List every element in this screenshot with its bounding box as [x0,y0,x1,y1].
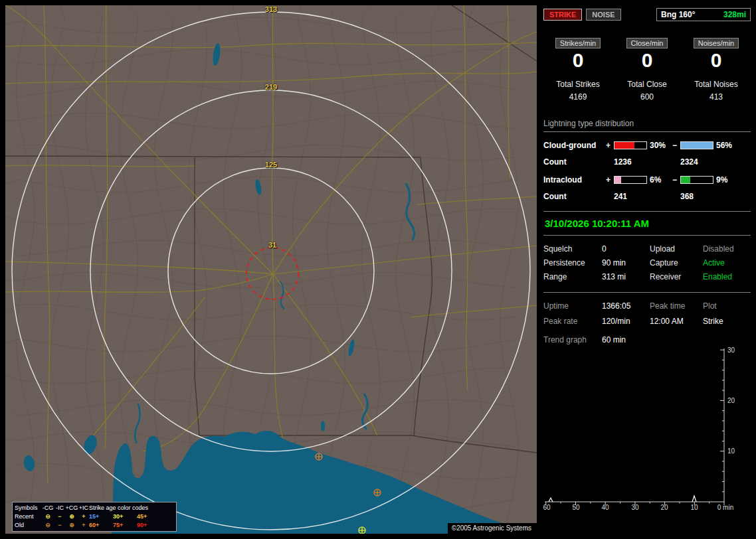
total-strikes-value: 4169 [543,92,613,102]
x-tick-30: 30 [625,504,645,511]
range-label: Range [543,272,602,281]
plot-value: Strike [703,317,751,326]
ic-negative-pct: 9% [713,175,736,185]
stats-grid: Uptime 1366:05 Peak time Plot Peak rate … [543,292,751,326]
close-per-min-value: 0 [613,49,682,72]
strikes-per-min-label: Strikes/min [555,38,601,48]
pos-ic-old-icon: + [78,521,89,530]
range-ring-label: 219 [261,83,281,91]
age-code-75: 75+ [113,521,137,530]
strike-icon [374,489,381,496]
uptime-value: 1366:05 [602,301,650,311]
strikes-per-min-value: 0 [543,49,613,72]
ic-positive-bar-fill [614,177,621,183]
ic-count-label: Count [543,192,614,201]
cg-positive-bar [614,141,647,149]
pos-cg-old-icon: ⊕ [65,521,78,530]
range-ring-label: 125 [261,161,281,169]
cg-negative-count: 2324 [680,157,751,167]
strike-mode-button[interactable]: STRIKE [543,9,582,21]
plus-sign: + [606,141,614,150]
legend-recent-label: Recent [15,512,41,521]
range-ring-label: 31 [262,241,282,249]
uptime-label: Uptime [543,301,602,311]
cg-positive-pct: 30% [647,141,672,150]
cg-negative-bar [680,141,713,149]
cg-positive-count: 1236 [614,157,680,167]
trend-graph-value: 60 min [602,335,751,345]
trend-graph-label: Trend graph [543,335,602,345]
cg-count-label: Count [543,157,614,167]
lightning-map[interactable]: 313 219 125 31 Symbols -CG -IC +CG +IC S… [5,5,537,534]
peak-rate-value: 120/min [602,317,650,326]
ic-negative-bar-fill [681,177,690,183]
bearing-display: Bng 160° 328mi [656,8,751,21]
cg-negative-bar-fill [681,142,713,149]
legend-symbols-title: Symbols [15,504,41,512]
age-code-60: 60+ [89,521,113,530]
legend-old-label: Old [15,521,41,530]
neg-cg-recent-icon: ⊖ [41,512,54,521]
bearing-label: Bng 160° [661,10,695,19]
minus-sign: − [672,141,680,150]
age-code-45: 45+ [137,512,161,521]
intracloud-label: Intracloud [543,175,606,185]
neg-ic-old-icon: − [54,521,65,530]
y-tick-10: 10 [727,447,742,455]
trend-graph-canvas [543,347,751,517]
intracloud-count-row: Count 241 368 [543,192,751,201]
receiver-status: Enabled [703,272,751,281]
range-value: 313 mi [602,272,650,281]
peak-time-value: 12:00 AM [650,317,703,326]
noises-per-min-value: 0 [682,49,751,72]
x-tick-10: 10 [684,504,704,511]
cloud-ground-count-row: Count 1236 2324 [543,157,751,167]
settings-grid: Squelch 0 Upload Disabled Persistence 90… [543,244,751,281]
age-code-15: 15+ [89,512,113,521]
rate-counters: Strikes/min 0 Total Strikes 4169 Close/m… [543,38,751,102]
copyright-text: ©2005 Astrogenic Systems [448,523,537,534]
ic-positive-count: 241 [614,192,680,201]
y-tick-20: 20 [727,397,742,404]
total-noises-value: 413 [682,92,751,102]
cg-positive-bar-fill [614,142,634,149]
mode-toolbar: STRIKE NOISE Bng 160° 328mi [543,8,751,21]
ic-negative-bar [680,176,713,184]
x-tick-0: 0 min [713,504,738,511]
strike-rate-trace [549,496,696,502]
distribution-section-title: Lightning type distribution [543,119,751,132]
ic-negative-count: 368 [680,192,751,201]
squelch-label: Squelch [543,244,602,254]
upload-status: Disabled [703,244,751,254]
pos-ic-recent-icon: + [78,512,89,521]
datetime-display: 3/10/2026 10:20:11 AM [543,211,751,236]
legend-header-neg-ic: -IC [54,504,65,512]
age-code-30: 30+ [113,512,137,521]
noise-mode-button[interactable]: NOISE [586,9,620,21]
graph-axes [545,348,724,505]
bearing-distance: 328mi [723,10,746,19]
x-tick-50: 50 [566,504,586,511]
legend-header-pos-cg: +CG [65,504,78,512]
persistence-value: 90 min [602,258,650,268]
neg-ic-recent-icon: − [54,512,65,521]
close-per-min-label: Close/min [626,38,668,48]
age-code-90: 90+ [137,521,161,530]
total-close-label: Total Close [613,80,682,89]
cloud-ground-label: Cloud-ground [543,141,606,150]
total-noises-label: Total Noises [682,80,751,89]
y-tick-30: 30 [727,346,742,354]
plus-sign: + [606,175,614,185]
legend-header-neg-cg: -CG [41,504,54,512]
status-panel: STRIKE NOISE Bng 160° 328mi Strikes/min … [543,8,751,534]
upload-label: Upload [650,244,703,254]
x-tick-20: 20 [654,504,674,511]
persistence-label: Persistence [543,258,602,268]
cg-negative-pct: 56% [713,141,736,150]
ic-positive-bar [614,176,647,184]
noises-per-min-label: Noises/min [694,38,739,48]
close-counter: Close/min 0 Total Close 600 [613,38,682,102]
peak-rate-label: Peak rate [543,317,602,326]
noises-counter: Noises/min 0 Total Noises 413 [682,38,751,102]
peak-time-label: Peak time [650,301,703,311]
